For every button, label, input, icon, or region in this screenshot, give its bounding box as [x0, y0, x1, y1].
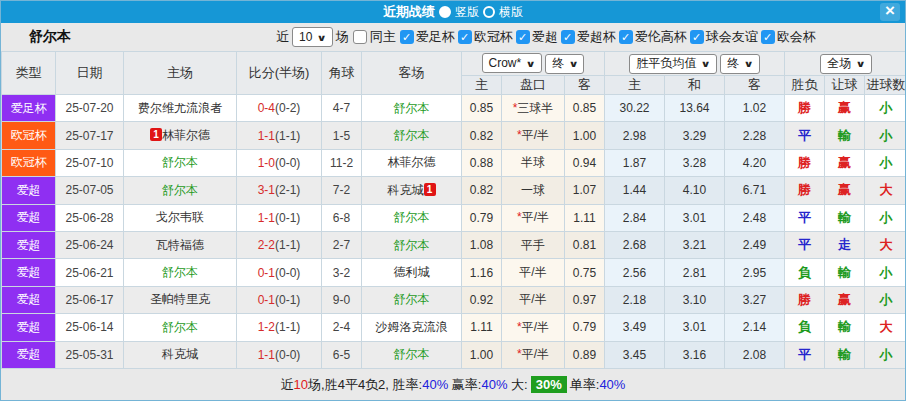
result-cell: 負	[785, 314, 825, 341]
chevron-down-icon: ∨	[317, 33, 327, 43]
layout-horizontal-radio[interactable]	[483, 6, 495, 18]
close-icon[interactable]: ×	[880, 3, 900, 21]
team-link[interactable]: 舒尔本	[162, 183, 198, 197]
handicap-away-odds: 0.81	[565, 231, 605, 258]
team-link[interactable]: 舒尔本	[162, 155, 198, 169]
cup-checkbox[interactable]: ✓	[690, 30, 704, 44]
avg-draw-odds: 13.64	[665, 95, 725, 122]
cup-list: ✓爱足杯✓欧冠杯✓爱超✓爱超杯✓爱伦高杯✓球会友谊✓欧会杯	[400, 28, 817, 46]
away-team-cell: 舒尔本	[362, 341, 462, 368]
team-link[interactable]: 舒尔本	[394, 101, 430, 115]
layout-vertical-label: 竖版	[455, 4, 479, 21]
result-cell: 勝	[785, 177, 825, 204]
league-badge: 爱足杯	[2, 95, 56, 122]
avg-away-odds: 2.48	[725, 204, 785, 231]
handicap-line-cell: 平手	[502, 231, 565, 258]
league-badge: 爱超	[2, 341, 56, 368]
summary-cover-rate: 40%	[481, 377, 507, 392]
bookmaker-period-select[interactable]: 终∨	[545, 54, 584, 74]
team-link[interactable]: 舒尔本	[394, 347, 430, 361]
home-team-cell: 1林菲尔德	[124, 122, 237, 149]
team-link[interactable]: 舒尔本	[394, 210, 430, 224]
home-team-cell: 舒尔本	[124, 314, 237, 341]
layout-vertical-radio[interactable]	[439, 6, 451, 18]
avg-draw-odds: 3.01	[665, 314, 725, 341]
recent-count-value: 10	[299, 30, 312, 44]
avg-home-odds: 2.56	[605, 259, 665, 286]
handicap-away-odds: 1.00	[565, 122, 605, 149]
avg-home-odds: 30.22	[605, 95, 665, 122]
team-link[interactable]: 科克城	[162, 347, 198, 361]
market-period-select[interactable]: 终∨	[720, 54, 759, 74]
scope-select[interactable]: 全场∨	[820, 54, 871, 74]
match-row: 欧冠杯25-07-171林菲尔德1-1(1-1)1-5舒尔本0.82*平/半1.…	[2, 122, 906, 149]
team-link[interactable]: 林菲尔德	[388, 155, 436, 169]
market-select[interactable]: 胜平负均值∨	[629, 54, 716, 74]
team-link[interactable]: 瓦特福德	[156, 238, 204, 252]
team-link[interactable]: 舒尔本	[162, 265, 198, 279]
league-badge: 爱超	[2, 259, 56, 286]
team-link[interactable]: 费尔维尤流浪者	[138, 101, 222, 115]
team-link[interactable]: 沙姆洛克流浪	[376, 320, 448, 334]
cover-cell: 赢	[825, 286, 865, 313]
team-link[interactable]: 舒尔本	[162, 320, 198, 334]
away-team-cell: 舒尔本	[362, 204, 462, 231]
home-team-cell: 科克城	[124, 341, 237, 368]
title-group: 近期战绩 竖版 横版	[383, 1, 523, 23]
avg-draw-odds: 3.10	[665, 286, 725, 313]
same-home-label: 同主	[370, 28, 396, 46]
handicap-line-cell: *平/半	[502, 204, 565, 231]
match-row: 爱超25-06-14舒尔本1-2(1-1)2-4沙姆洛克流浪1.11*平/半0.…	[2, 314, 906, 341]
bookmaker-select[interactable]: Crow*∨	[482, 53, 542, 73]
dialog-title: 近期战绩	[383, 3, 435, 21]
subheader-odds-away: 客	[565, 76, 605, 95]
score-cell: 1-1(0-1)	[237, 204, 322, 231]
control-bar: 舒尔本 近 10 ∨ 场 同主 ✓爱足杯✓欧冠杯✓爱超✓爱超杯✓爱伦高杯✓球会友…	[1, 23, 905, 51]
fulltime-score: 0-4	[258, 101, 275, 115]
away-team-cell: 沙姆洛克流浪	[362, 314, 462, 341]
avg-home-odds: 1.44	[605, 177, 665, 204]
subheader-cover: 让球	[825, 76, 865, 95]
team-link[interactable]: 林菲尔德	[162, 128, 210, 142]
subheader-handicap: 盘口	[502, 76, 565, 95]
match-tbody: 爱足杯25-07-20费尔维尤流浪者0-4(0-2)4-7舒尔本0.85*三球半…	[2, 95, 906, 369]
handicap-home-odds: 0.88	[462, 149, 502, 176]
cup-checkbox[interactable]: ✓	[619, 30, 633, 44]
cup-checkbox[interactable]: ✓	[516, 30, 530, 44]
cup-checkbox[interactable]: ✓	[400, 30, 414, 44]
result-cell: 平	[785, 204, 825, 231]
same-home-checkbox[interactable]	[353, 30, 367, 44]
avg-home-odds: 2.84	[605, 204, 665, 231]
cup-checkbox[interactable]: ✓	[761, 30, 775, 44]
team-link[interactable]: 舒尔本	[394, 128, 430, 142]
halftime-score: (1-1)	[275, 238, 300, 252]
chevron-down-icon: ∨	[701, 59, 711, 69]
team-link[interactable]: 圣帕特里克	[150, 292, 210, 306]
match-date: 25-07-20	[56, 95, 124, 122]
cup-label: 爱伦高杯	[635, 28, 687, 46]
cup-checkbox[interactable]: ✓	[458, 30, 472, 44]
result-cell: 勝	[785, 286, 825, 313]
cup-label: 欧冠杯	[474, 28, 513, 46]
fulltime-score: 3-1	[258, 183, 275, 197]
team-link[interactable]: 舒尔本	[394, 238, 430, 252]
away-team-cell: 舒尔本	[362, 95, 462, 122]
handicap-line: 三球半	[517, 101, 553, 115]
cover-cell: 輸	[825, 204, 865, 231]
team-link[interactable]: 舒尔本	[394, 292, 430, 306]
cover-cell: 赢	[825, 149, 865, 176]
home-team-cell: 戈尔韦联	[124, 204, 237, 231]
team-link[interactable]: 戈尔韦联	[156, 210, 204, 224]
match-row: 爱超25-06-28戈尔韦联1-1(0-1)6-8舒尔本0.79*平/半1.11…	[2, 204, 906, 231]
handicap-line-cell: *平/半	[502, 122, 565, 149]
score-cell: 3-1(2-1)	[237, 177, 322, 204]
handicap-line: 平/半	[522, 320, 549, 334]
home-team-cell: 瓦特福德	[124, 231, 237, 258]
team-link[interactable]: 德利城	[394, 265, 430, 279]
recent-count-select[interactable]: 10 ∨	[292, 27, 333, 47]
team-link[interactable]: 科克城	[388, 183, 424, 197]
handicap-away-odds: 0.89	[565, 341, 605, 368]
scope-dropdown-cell: 全场∨	[785, 52, 906, 76]
handicap-away-odds: 0.94	[565, 149, 605, 176]
cup-checkbox[interactable]: ✓	[561, 30, 575, 44]
